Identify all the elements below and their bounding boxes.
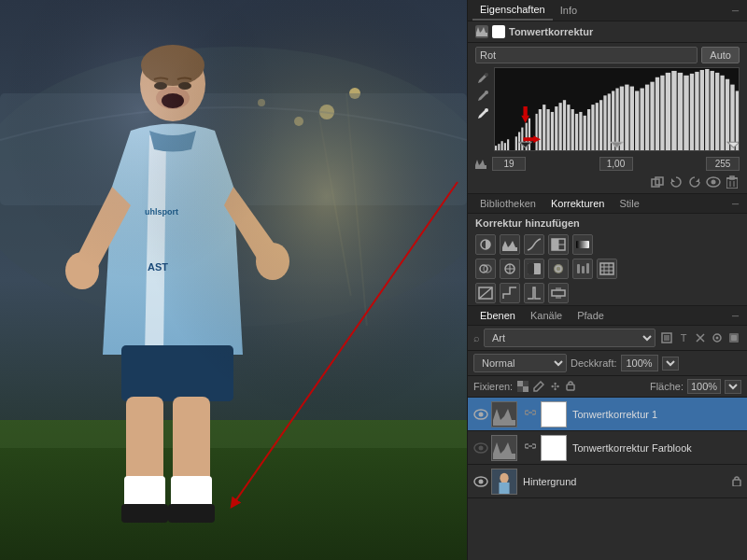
svg-rect-47 xyxy=(536,114,538,150)
refresh-icon[interactable] xyxy=(669,175,684,189)
tonwert-icon[interactable] xyxy=(500,234,520,255)
svg-rect-138 xyxy=(517,381,523,386)
svg-rect-77 xyxy=(666,73,670,150)
farbe-icon[interactable] xyxy=(475,259,496,279)
layer-link-1[interactable] xyxy=(523,407,538,422)
tab-bibliotheken[interactable]: Bibliotheken xyxy=(472,194,543,213)
svg-rect-62 xyxy=(596,103,599,150)
filter-color-icon[interactable] xyxy=(726,330,741,345)
svg-rect-51 xyxy=(551,112,554,150)
svg-rect-79 xyxy=(678,73,683,150)
svg-rect-49 xyxy=(543,105,545,150)
layer-eye-1[interactable] xyxy=(473,407,488,422)
fix-all-icon[interactable] xyxy=(564,380,577,393)
reset-icon[interactable] xyxy=(687,175,702,189)
right-panel: Eigenschaften Info ─ Tonwertkorrektur Ro… xyxy=(467,0,747,560)
auto-button[interactable]: Auto xyxy=(701,47,740,63)
layer-link-2[interactable] xyxy=(523,441,538,455)
layers-panel: Ebenen Kanäle Pfade ─ ⌕ Art T xyxy=(468,306,747,560)
tab-info[interactable]: Info xyxy=(553,1,585,20)
midtone-input[interactable]: 1,00 xyxy=(599,157,633,171)
tab-stile[interactable]: Stile xyxy=(612,194,646,213)
layer-type-filter[interactable]: Art xyxy=(484,329,655,347)
farbtabelle-icon[interactable] xyxy=(597,259,617,279)
svg-rect-131 xyxy=(552,290,565,296)
layer-item-tonwert1[interactable]: Tonwertkorrektur 1 xyxy=(468,398,747,431)
svg-rect-82 xyxy=(695,72,698,150)
channel-select[interactable]: Rot Grün Blau RGB xyxy=(475,47,698,63)
shadow-input[interactable]: 19 xyxy=(492,157,526,171)
umkehren-icon[interactable] xyxy=(475,283,496,303)
layers-minimize[interactable]: ─ xyxy=(728,309,742,323)
brightness-contrast-icon[interactable] xyxy=(475,234,496,255)
gradient-map-icon[interactable] xyxy=(572,234,593,255)
svg-point-148 xyxy=(479,479,484,483)
svg-rect-71 xyxy=(635,91,639,150)
svg-rect-90 xyxy=(736,91,739,150)
tontrennung-icon[interactable] xyxy=(500,283,520,303)
twk-title: Tonwertkorrektur xyxy=(509,26,593,37)
kanalmixer-icon[interactable] xyxy=(572,259,593,279)
blend-mode-select[interactable]: Normal Auflösen Abdunkeln Multiplizieren… xyxy=(473,354,567,372)
svg-rect-52 xyxy=(555,106,557,150)
svg-rect-86 xyxy=(715,73,719,150)
layer-thumb-1 xyxy=(491,401,517,427)
layer-item-hintergrund[interactable]: Hintergrund xyxy=(468,465,747,498)
flaeche-dropdown[interactable]: ▾ xyxy=(725,380,741,394)
svg-rect-78 xyxy=(671,71,676,150)
eyedropper-highlights-btn[interactable] xyxy=(475,106,490,121)
fix-transparency-icon[interactable] xyxy=(516,380,529,393)
svg-rect-119 xyxy=(528,263,534,274)
filter-effect-icon[interactable] xyxy=(693,330,708,345)
eyedropper-shadows-btn[interactable] xyxy=(475,71,490,86)
selektive-farbe-icon[interactable] xyxy=(548,283,569,303)
layer-name-3: Hintergrund xyxy=(523,476,732,487)
svg-rect-75 xyxy=(655,77,659,150)
layer-eye-2[interactable] xyxy=(473,441,488,455)
schwarz-weiss-icon[interactable] xyxy=(524,259,544,279)
svg-rect-37 xyxy=(495,146,497,150)
corrections-title: Korrektur hinzufügen xyxy=(468,214,747,232)
filter-pixel-icon[interactable] xyxy=(659,330,674,345)
tab-korrekturen[interactable]: Korrekturen xyxy=(543,194,612,213)
filter-type-icon[interactable]: T xyxy=(676,330,691,345)
layer-name-1: Tonwertkorrektur 1 xyxy=(572,409,741,420)
visibility-icon[interactable] xyxy=(706,175,721,189)
exposure-icon[interactable] xyxy=(548,234,569,255)
corrections-tabs: Bibliotheken Korrekturen Stile ─ xyxy=(468,194,747,214)
svg-rect-74 xyxy=(650,82,654,150)
gradation-icon[interactable] xyxy=(524,234,544,255)
schwellenwert-icon[interactable] xyxy=(524,283,544,303)
layer-item-farblook[interactable]: Tonwertkorrektur Farblook xyxy=(468,431,747,465)
svg-point-33 xyxy=(485,73,488,77)
delete-icon[interactable] xyxy=(725,175,740,189)
fix-paint-icon[interactable] xyxy=(532,380,545,393)
opacity-input[interactable] xyxy=(621,355,658,371)
svg-marker-98 xyxy=(671,178,675,182)
tab-kanaele[interactable]: Kanäle xyxy=(523,306,570,325)
clip-shadows-icon[interactable] xyxy=(650,175,665,189)
tab-eigenschaften[interactable]: Eigenschaften xyxy=(472,0,553,21)
flaeche-input[interactable] xyxy=(687,379,721,394)
panel-minimize-btn[interactable]: ─ xyxy=(728,4,742,18)
search-icon: ⌕ xyxy=(473,332,480,343)
tab-pfade[interactable]: Pfade xyxy=(570,306,612,325)
farbbalance-icon[interactable] xyxy=(500,259,520,279)
svg-point-101 xyxy=(712,180,716,185)
layer-eye-3[interactable] xyxy=(473,474,488,489)
svg-rect-55 xyxy=(567,105,570,150)
fix-move-icon[interactable]: ✣ xyxy=(548,380,561,393)
highlight-input[interactable]: 255 xyxy=(706,157,740,171)
fotofilter-icon[interactable] xyxy=(548,259,569,279)
filter-smart-icon[interactable] xyxy=(710,330,725,345)
corr-icons-row-1 xyxy=(468,232,747,257)
tab-ebenen[interactable]: Ebenen xyxy=(472,306,523,325)
opacity-dropdown[interactable]: ▾ xyxy=(662,357,679,371)
svg-rect-73 xyxy=(645,85,649,150)
svg-rect-50 xyxy=(546,109,549,150)
svg-rect-38 xyxy=(498,144,500,150)
eyedropper-midtones-btn[interactable] xyxy=(475,89,490,104)
svg-point-144 xyxy=(479,412,484,416)
svg-rect-85 xyxy=(711,71,714,150)
corrections-minimize[interactable]: ─ xyxy=(728,197,742,211)
